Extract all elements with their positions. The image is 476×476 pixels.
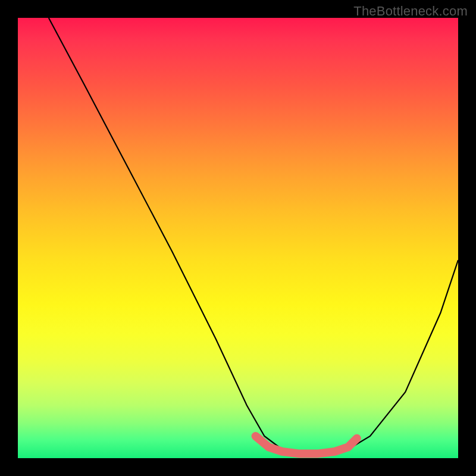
chart-plot-area bbox=[18, 18, 458, 458]
optimal-zone-highlight bbox=[256, 436, 357, 454]
watermark-text: TheBottleneck.com bbox=[353, 4, 468, 19]
chart-svg bbox=[18, 18, 458, 458]
bottleneck-curve bbox=[49, 18, 458, 454]
